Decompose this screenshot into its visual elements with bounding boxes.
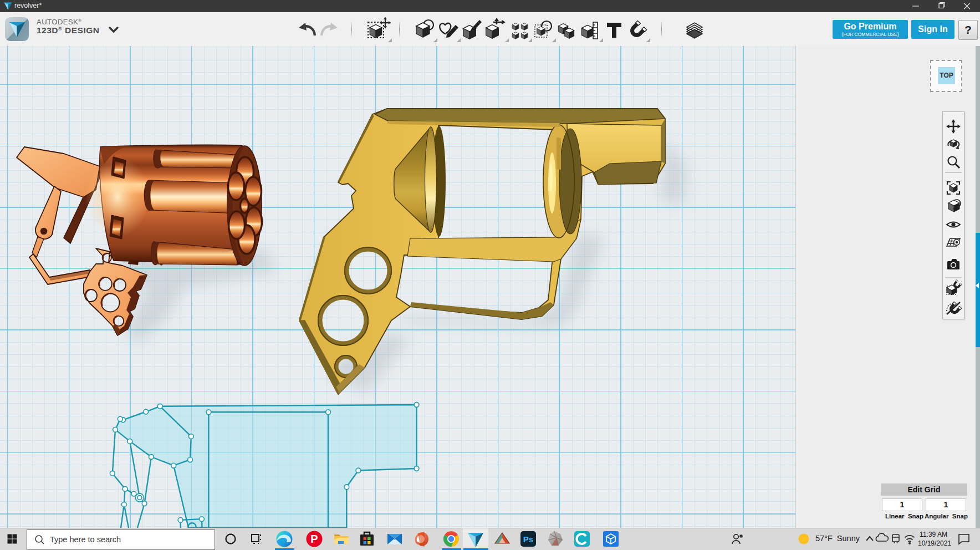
svg-text:P: P (310, 533, 318, 545)
svg-text:Ps: Ps (523, 534, 533, 544)
